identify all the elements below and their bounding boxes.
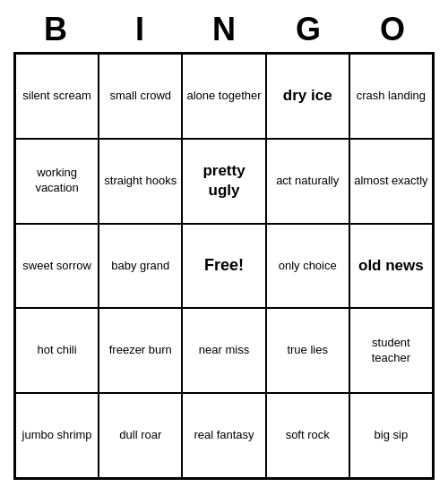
grid-cell: dull roar — [99, 393, 182, 478]
grid-cell: student teacher — [349, 308, 433, 393]
grid-cell: alone together — [182, 54, 265, 139]
header-letter: O — [350, 7, 435, 52]
grid-cell: baby grand — [99, 224, 182, 309]
grid-cell: near miss — [182, 308, 265, 393]
grid-cell: crash landing — [349, 54, 433, 139]
grid-cell: dry ice — [266, 54, 349, 139]
header-letter: B — [13, 7, 98, 52]
header-letter: N — [182, 7, 266, 52]
header-letter: G — [266, 7, 350, 52]
grid-cell: act naturally — [266, 139, 349, 224]
grid-cell: true lies — [266, 308, 349, 393]
grid-cell: jumbo shrimp — [15, 393, 99, 478]
grid-cell: only choice — [266, 224, 349, 309]
grid-cell: hot chili — [15, 308, 99, 393]
grid-cell: real fantasy — [182, 393, 265, 478]
grid-cell: big sip — [349, 393, 433, 478]
bingo-grid: silent screamsmall crowdalone togetherdr… — [13, 52, 435, 480]
free-cell: Free! — [182, 224, 265, 309]
grid-cell: straight hooks — [99, 139, 182, 224]
grid-cell: almost exactly — [349, 139, 433, 224]
grid-cell: soft rock — [266, 393, 349, 478]
grid-cell: pretty ugly — [182, 139, 265, 224]
bingo-header: BINGO — [13, 7, 435, 52]
grid-cell: silent scream — [15, 54, 99, 139]
grid-cell: working vacation — [15, 139, 99, 224]
grid-cell: freezer burn — [99, 308, 182, 393]
header-letter: I — [98, 7, 182, 52]
grid-cell: small crowd — [99, 54, 182, 139]
grid-cell: old news — [349, 224, 433, 309]
grid-cell: sweet sorrow — [15, 224, 99, 309]
